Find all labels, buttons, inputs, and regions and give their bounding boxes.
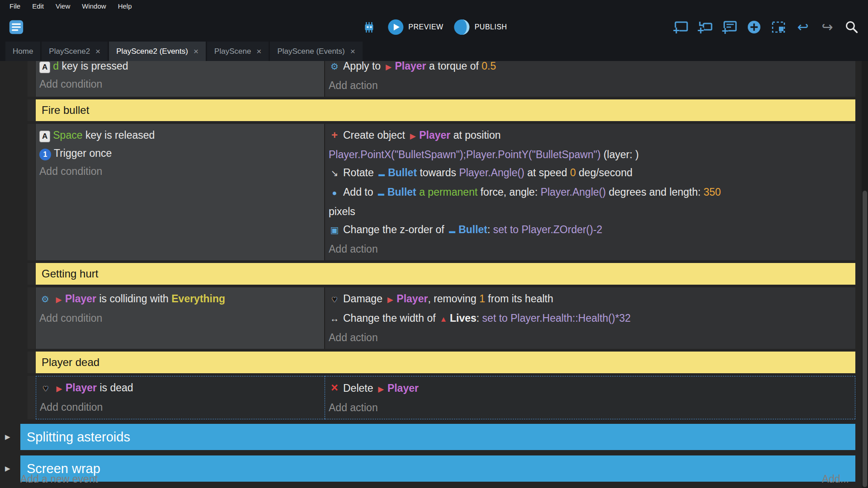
tab-playscene2[interactable]: PlayScene2× bbox=[42, 42, 108, 61]
conditions-cell: Ad key is pressedAdd condition bbox=[36, 61, 325, 97]
tab-close-icon[interactable]: × bbox=[350, 47, 355, 56]
menu-help[interactable]: Help bbox=[112, 0, 138, 12]
undo-button[interactable]: ↩ bbox=[795, 19, 811, 35]
menu-view[interactable]: View bbox=[50, 0, 76, 12]
create-object-icon: + bbox=[329, 126, 340, 144]
rotate-icon: ↘ bbox=[329, 164, 340, 182]
text-segment: towards bbox=[417, 167, 459, 178]
vertical-scrollbar[interactable] bbox=[862, 61, 868, 488]
player-icon: ▶ bbox=[384, 61, 394, 76]
preview-button[interactable]: PREVIEW bbox=[387, 19, 443, 36]
debugger-icon[interactable] bbox=[361, 19, 377, 35]
add-action-button[interactable]: Add action bbox=[329, 240, 851, 258]
conditions-cell: ♥▶Player is deadAdd condition bbox=[36, 376, 325, 419]
text-segment: Add to bbox=[343, 186, 376, 198]
tab-playscene-events[interactable]: PlayScene (Events)× bbox=[270, 42, 362, 61]
health-icon: ♥ bbox=[40, 379, 52, 397]
event-drag-handle[interactable] bbox=[28, 263, 36, 285]
tab-home[interactable]: Home bbox=[5, 42, 40, 61]
text-segment: Delete bbox=[343, 382, 376, 394]
add-comment-button[interactable] bbox=[722, 19, 738, 35]
scrollbar-thumb[interactable] bbox=[863, 191, 867, 487]
add-condition-button[interactable]: Add condition bbox=[40, 398, 320, 416]
condition-line[interactable]: ⚙▶Player is colliding with Everything bbox=[39, 290, 320, 309]
bullet-icon: ▬ bbox=[377, 165, 387, 183]
search-button[interactable] bbox=[844, 19, 860, 35]
condition-line[interactable]: 1Trigger once bbox=[39, 144, 320, 162]
event-drag-handle[interactable] bbox=[28, 376, 36, 419]
group-collapse-icon[interactable]: ▶ bbox=[5, 465, 10, 473]
actions-cell: ♥Damage ▶Player, removing 1 from its hea… bbox=[325, 287, 855, 349]
circle-plus-icon bbox=[746, 19, 762, 35]
row-wrap: ⚙▶Player is colliding with EverythingAdd… bbox=[28, 287, 855, 349]
action-line[interactable]: ↔Change the width of ▲Lives: set to Play… bbox=[329, 309, 851, 328]
frame-select-icon bbox=[770, 19, 787, 35]
group-splitting-asteroids[interactable]: Splitting asteroids bbox=[20, 424, 855, 450]
add-subevent-button[interactable] bbox=[697, 19, 713, 35]
condition-line[interactable]: ASpace key is released bbox=[39, 126, 320, 144]
action-line[interactable]: ⚙Apply to ▶Player a torque of 0.5 bbox=[329, 61, 851, 76]
comment-fire-bullet[interactable]: Fire bullet bbox=[36, 99, 855, 121]
text-segment: Bullet bbox=[458, 224, 487, 235]
row-wrap: Player dead bbox=[28, 352, 855, 373]
menu-edit[interactable]: Edit bbox=[26, 0, 50, 12]
row-wrap: Ad key is pressedAdd condition⚙Apply to … bbox=[28, 61, 855, 97]
action-line[interactable]: ×Delete ▶Player bbox=[329, 379, 850, 399]
comment-row: Fire bullet bbox=[28, 99, 855, 121]
event-drag-handle[interactable] bbox=[28, 61, 36, 97]
tab-close-icon[interactable]: × bbox=[256, 47, 261, 56]
tab-close-icon[interactable]: × bbox=[193, 47, 198, 56]
event-drag-handle[interactable] bbox=[28, 124, 36, 260]
action-line[interactable]: ▣Change the z-order of ▬Bullet: set to P… bbox=[329, 221, 851, 240]
actions-cell: ×Delete ▶PlayerAdd action bbox=[325, 376, 855, 419]
row-wrap: ♥▶Player is deadAdd condition×Delete ▶Pl… bbox=[28, 376, 855, 419]
add-action-button[interactable]: Add action bbox=[329, 76, 851, 94]
action-line[interactable]: ♥Damage ▶Player, removing 1 from its hea… bbox=[329, 290, 851, 309]
comment-row: Player dead bbox=[28, 352, 855, 373]
trigger-once-icon: 1 bbox=[39, 149, 51, 160]
add-condition-button[interactable]: Add condition bbox=[39, 75, 320, 93]
comment-player-dead[interactable]: Player dead bbox=[36, 352, 855, 373]
add-other-event-button[interactable] bbox=[746, 19, 762, 35]
condition-line[interactable]: Ad key is pressed bbox=[39, 61, 320, 75]
damage-icon: ♥ bbox=[329, 290, 340, 308]
tab-playscene2-events[interactable]: PlayScene2 (Events)× bbox=[109, 42, 206, 61]
event-row: ASpace key is released1Trigger onceAdd c… bbox=[28, 124, 855, 260]
text-segment: : bbox=[476, 312, 482, 324]
scene-editor-button[interactable] bbox=[770, 19, 787, 35]
project-manager-button[interactable] bbox=[8, 19, 24, 35]
menu-window[interactable]: Window bbox=[76, 0, 112, 12]
text-segment: Player.PointX("BulletSpawn");Player.Poin… bbox=[329, 149, 601, 160]
text-segment: , removing bbox=[428, 293, 479, 305]
add-condition-button[interactable]: Add condition bbox=[39, 162, 320, 180]
add-new-event-button[interactable]: Add a new event bbox=[20, 473, 98, 485]
action-line[interactable]: +Create object ▶Player at position Playe… bbox=[329, 126, 851, 164]
redo-button[interactable]: ↪ bbox=[819, 19, 835, 35]
event-drag-handle[interactable] bbox=[28, 352, 36, 373]
add-event-button[interactable] bbox=[673, 19, 689, 35]
action-line[interactable]: ↘Rotate ▬Bullet towards Player.Angle() a… bbox=[329, 164, 851, 183]
text-segment: Damage bbox=[343, 293, 385, 305]
text-segment: Player.Angle() bbox=[459, 167, 524, 178]
row-wrap: Getting hurt bbox=[28, 263, 855, 285]
add-condition-button[interactable]: Add condition bbox=[39, 309, 320, 327]
text-segment: Lives bbox=[450, 312, 476, 324]
add-button[interactable]: Add... bbox=[822, 473, 849, 485]
tab-playscene[interactable]: PlayScene× bbox=[207, 42, 269, 61]
add-action-button[interactable]: Add action bbox=[329, 328, 851, 347]
publish-button[interactable]: PUBLISH bbox=[453, 19, 507, 36]
text-segment: Player.Angle() bbox=[541, 186, 606, 198]
group-collapse-icon[interactable]: ▶ bbox=[5, 433, 10, 441]
text-segment: Rotate bbox=[343, 167, 377, 178]
conditions-cell: ASpace key is released1Trigger onceAdd c… bbox=[36, 124, 325, 260]
event-drag-handle[interactable] bbox=[28, 99, 36, 121]
comment-getting-hurt[interactable]: Getting hurt bbox=[36, 263, 855, 285]
publish-icon bbox=[453, 19, 471, 36]
action-line[interactable]: ●Add to ▬Bullet a permanent force, angle… bbox=[329, 183, 851, 221]
add-action-button[interactable]: Add action bbox=[329, 399, 850, 417]
undo-icon: ↩ bbox=[797, 19, 808, 35]
condition-line[interactable]: ♥▶Player is dead bbox=[40, 379, 320, 398]
menu-file[interactable]: File bbox=[4, 0, 26, 12]
event-drag-handle[interactable] bbox=[28, 287, 36, 349]
tab-close-icon[interactable]: × bbox=[95, 47, 100, 56]
